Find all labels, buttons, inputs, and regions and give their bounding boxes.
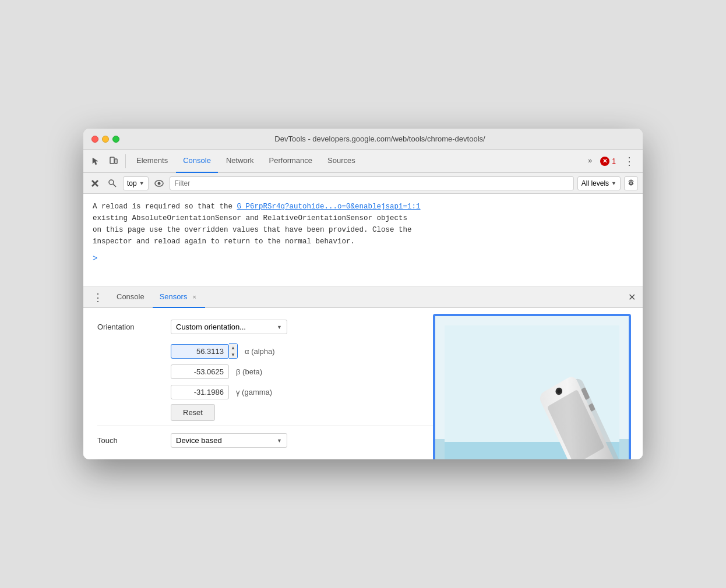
clear-console-button[interactable] xyxy=(88,176,102,190)
alpha-input[interactable]: 56.3113 xyxy=(171,344,229,359)
svg-marker-2 xyxy=(91,180,98,187)
context-selector[interactable]: top ▼ xyxy=(123,176,149,190)
devtools-window: DevTools - developers.google.com/web/too… xyxy=(83,129,643,459)
svg-point-3 xyxy=(109,180,114,185)
beta-input[interactable]: -53.0625 xyxy=(171,364,229,379)
spinner-buttons-alpha: ▲ ▼ xyxy=(229,343,238,359)
eye-icon xyxy=(154,180,164,187)
kebab-icon: ⋮ xyxy=(93,291,104,304)
devtools-toolbar: Elements Console Network Performance Sou… xyxy=(83,150,643,173)
filter-input[interactable] xyxy=(170,176,574,190)
reset-button[interactable]: Reset xyxy=(171,404,215,421)
alpha-spinner: 56.3113 ▲ ▼ xyxy=(171,343,238,359)
minimize-button[interactable] xyxy=(102,136,109,143)
settings-button[interactable] xyxy=(624,176,638,190)
bottom-tabs-bar: ⋮ Console Sensors × ✕ xyxy=(83,287,643,308)
svg-rect-0 xyxy=(110,157,114,164)
console-message: A reload is required so that the G_P6rpR… xyxy=(93,201,633,212)
tab-network[interactable]: Network xyxy=(219,150,261,173)
close-sensors-tab-button[interactable]: × xyxy=(191,293,198,301)
touch-label: Touch xyxy=(97,436,161,445)
bottom-tab-console[interactable]: Console xyxy=(110,287,151,308)
svg-point-6 xyxy=(157,182,160,185)
inspect-element-button[interactable] xyxy=(88,153,104,169)
bottom-panel-menu[interactable]: ⋮ xyxy=(88,291,108,304)
clear-icon xyxy=(91,179,99,187)
chevron-down-icon: ▼ xyxy=(139,180,145,186)
alpha-label: α (alpha) xyxy=(245,347,291,356)
gamma-label: γ (gamma) xyxy=(236,388,283,396)
phone-svg xyxy=(445,325,619,459)
device-3d-overlay xyxy=(433,314,631,459)
svg-line-4 xyxy=(113,184,116,187)
orientation-dropdown[interactable]: Custom orientation... ▼ xyxy=(171,320,287,334)
maximize-button[interactable] xyxy=(112,136,119,143)
tab-more[interactable]: » xyxy=(581,150,599,173)
beta-label: β (beta) xyxy=(236,367,283,376)
gamma-input[interactable]: -31.1986 xyxy=(171,385,229,399)
chevron-down-icon-levels: ▼ xyxy=(611,180,616,186)
touch-dropdown-arrow-icon: ▼ xyxy=(277,438,282,444)
traffic-lights xyxy=(91,136,119,143)
close-bottom-panel-button[interactable]: ✕ xyxy=(626,289,638,305)
orientation-label: Orientation xyxy=(97,323,161,331)
window-title: DevTools - developers.google.com/web/too… xyxy=(125,134,635,143)
device-visualization xyxy=(435,316,629,459)
console-link[interactable]: G_P6rpRSr4g?autohide...o=0&enablejsapi=1… xyxy=(237,203,421,211)
console-output: A reload is required so that the G_P6rpR… xyxy=(83,194,643,287)
bottom-panel: ⋮ Console Sensors × ✕ Orientation Custom… xyxy=(83,287,643,459)
console-message-continuation: existing AbsoluteOrientationSensor and R… xyxy=(93,212,633,247)
gear-icon xyxy=(627,179,635,187)
close-button[interactable] xyxy=(91,136,98,143)
dropdown-arrow-icon: ▼ xyxy=(277,324,282,330)
tab-elements[interactable]: Elements xyxy=(129,150,175,173)
title-bar: DevTools - developers.google.com/web/too… xyxy=(83,129,643,150)
eye-button[interactable] xyxy=(152,176,166,190)
filter-icon xyxy=(108,179,117,187)
cursor-icon xyxy=(91,157,101,166)
touch-dropdown[interactable]: Device based ▼ xyxy=(171,433,287,448)
device-toolbar-button[interactable] xyxy=(105,153,122,169)
toolbar-divider xyxy=(125,154,126,168)
error-icon: ✕ xyxy=(600,157,609,166)
sensors-content: Orientation Custom orientation... ▼ 56.3… xyxy=(83,308,643,459)
console-prompt[interactable]: > xyxy=(93,252,633,265)
tab-console[interactable]: Console xyxy=(176,150,218,173)
tab-performance[interactable]: Performance xyxy=(262,150,319,173)
tab-sources[interactable]: Sources xyxy=(320,150,362,173)
bottom-tab-sensors[interactable]: Sensors × xyxy=(153,287,205,308)
levels-selector[interactable]: All levels ▼ xyxy=(577,176,621,190)
svg-rect-1 xyxy=(115,159,117,164)
filter-button[interactable] xyxy=(105,176,119,190)
error-badge[interactable]: ✕ 1 xyxy=(600,157,616,166)
device-icon xyxy=(109,157,118,166)
alpha-decrement-button[interactable]: ▼ xyxy=(229,351,237,358)
alpha-increment-button[interactable]: ▲ xyxy=(229,344,237,351)
more-options-button[interactable]: ⋮ xyxy=(621,155,638,168)
console-toolbar: top ▼ All levels ▼ xyxy=(83,173,643,194)
